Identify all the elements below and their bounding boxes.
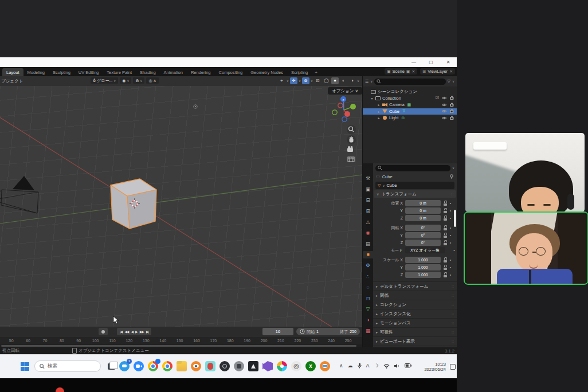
workspace-tab[interactable]: UV Editing	[75, 68, 103, 76]
workspace-tab[interactable]: Modeling	[23, 68, 49, 76]
exclude-checkbox[interactable]: ☑	[436, 96, 439, 100]
animate-dot-icon[interactable]: •	[448, 241, 453, 245]
panel-scrollbar-thumb[interactable]	[454, 210, 456, 227]
lock-icon[interactable]	[443, 201, 448, 206]
auto-keying-button[interactable]	[99, 328, 108, 335]
microphone-icon[interactable]	[358, 363, 362, 369]
visual-studio[interactable]	[262, 361, 273, 371]
gray-round-app[interactable]	[234, 361, 244, 371]
lock-icon[interactable]	[443, 272, 448, 277]
tab-object[interactable]: ■	[363, 251, 373, 258]
pinwheel-app[interactable]	[277, 361, 287, 371]
hide-eye-icon[interactable]	[441, 103, 447, 107]
outliner-editor-icon[interactable]: ☰	[365, 79, 369, 84]
filter-icon[interactable]: ▽	[448, 79, 450, 84]
frame-range-fields[interactable]: 開始 1 終了 250	[296, 328, 360, 335]
transform-value-field[interactable]: 1.000	[405, 272, 441, 278]
transform-value-field[interactable]: 0°	[405, 225, 441, 231]
orientation-dropdown[interactable]: ⛢ グロー...∨	[91, 77, 118, 84]
tab-object-data[interactable]: ▽	[363, 305, 373, 313]
wifi-icon[interactable]	[383, 363, 390, 369]
lock-icon[interactable]	[443, 215, 448, 221]
workspace-tab[interactable]: Compositing	[215, 68, 247, 76]
disable-render-camera-icon[interactable]	[449, 109, 455, 113]
collapsed-panel[interactable]: ▸ インスタンス化 ∷	[373, 309, 457, 318]
transform-value-field[interactable]: 0 m	[405, 215, 441, 221]
collapsed-panel[interactable]: ▸ コレクション ∷	[373, 300, 457, 309]
shading-rendered-button[interactable]: ◑	[348, 77, 356, 84]
onedrive-cloud-icon[interactable]: ☁	[348, 363, 353, 369]
round-dark-app[interactable]	[219, 361, 230, 371]
selectability-dropdown[interactable]: ⌖	[278, 77, 285, 84]
battery-icon[interactable]	[405, 363, 411, 368]
lock-icon[interactable]	[443, 265, 448, 270]
animate-dot-icon[interactable]: •	[448, 265, 453, 269]
remove-viewlayer-icon[interactable]: ✕	[449, 69, 453, 74]
spiral-app[interactable]: ◎	[291, 361, 301, 371]
current-frame-field[interactable]: 16	[262, 328, 293, 335]
expand-arrow-icon[interactable]: ▸	[377, 109, 381, 113]
browser-app[interactable]	[162, 361, 173, 371]
tab-scene[interactable]: △	[363, 218, 373, 226]
workspace-tab[interactable]: Scripting	[287, 68, 312, 76]
add-workspace-button[interactable]: +	[312, 68, 320, 76]
cube-row[interactable]: ▸ Cube ∇	[363, 108, 457, 115]
paint-app[interactable]	[205, 361, 215, 371]
outliner-search-input[interactable]	[374, 79, 445, 85]
shading-wireframe-button[interactable]: ◯	[323, 77, 330, 84]
collapsed-panel[interactable]: ▸ 可視性 ∷	[373, 327, 457, 336]
animate-dot-icon[interactable]: •	[448, 273, 453, 277]
transform-value-field[interactable]: 0 m	[405, 200, 441, 206]
expand-arrow-icon[interactable]: ▾	[370, 96, 374, 100]
play-reverse-button[interactable]: ◀	[131, 330, 133, 334]
prev-keyframe-button[interactable]: ◀◀	[124, 330, 128, 334]
lock-icon[interactable]	[443, 225, 448, 230]
workspace-tab[interactable]: Animation	[160, 68, 187, 76]
task-view-button[interactable]	[108, 363, 115, 370]
ime-indicator[interactable]: A	[366, 363, 370, 369]
animate-dot-icon[interactable]: •	[448, 233, 453, 237]
tab-texture[interactable]: ▦	[363, 327, 373, 335]
hide-eye-icon[interactable]	[441, 116, 447, 120]
animate-dot-icon[interactable]: •	[448, 258, 453, 262]
properties-options-icon[interactable]: ∨	[452, 166, 454, 170]
workspace-tab[interactable]: Shading	[136, 68, 160, 76]
participant-video-1[interactable]	[465, 133, 585, 212]
taskbar-clock[interactable]: 10:23 2023/06/24	[414, 362, 446, 373]
workspace-tab[interactable]: Texture Paint	[103, 68, 136, 76]
collapsed-panel[interactable]: ▸ ビューポート表示 ∷	[373, 336, 457, 346]
tray-chevron-icon[interactable]: ∧	[339, 363, 343, 369]
blender-pinned[interactable]	[191, 361, 201, 371]
disable-render-camera-icon[interactable]	[449, 103, 455, 107]
maximize-button[interactable]: ▢	[422, 57, 440, 67]
proportional-edit-toggle[interactable]: ◎ ∧	[146, 77, 158, 84]
timeline-ruler[interactable]: 5060708090100110120130140150160170180190…	[0, 337, 362, 344]
snap-toggle[interactable]: ⋒∨	[133, 77, 144, 84]
scene-collection-row[interactable]: シーンコレクション	[363, 88, 457, 95]
tab-collection[interactable]: ▤	[363, 240, 373, 248]
transform-value-field[interactable]: 0°	[405, 232, 441, 238]
transform-value-field[interactable]: XYZ オイラー角	[405, 247, 445, 253]
tab-output[interactable]: ⊟	[363, 197, 373, 204]
properties-search-input[interactable]	[375, 165, 450, 171]
collapsed-panel[interactable]: ▸ デルタトランスフォーム ∷	[373, 281, 457, 291]
xbox-app[interactable]: x	[305, 361, 316, 371]
lock-icon[interactable]	[443, 240, 448, 245]
tab-constraints[interactable]: ⊓	[363, 295, 373, 302]
show-overlays-toggle[interactable]: ⊚	[302, 77, 309, 84]
transform-value-field[interactable]: 0°	[405, 240, 441, 246]
lock-icon[interactable]	[443, 233, 448, 238]
workspace-tab[interactable]: Geometry Nodes	[246, 68, 287, 76]
browser-profile-app[interactable]	[148, 361, 158, 371]
lock-icon[interactable]	[443, 208, 448, 213]
mode-dropdown[interactable]: ブジェクト	[1, 79, 23, 84]
notification-center-icon[interactable]	[450, 364, 456, 370]
tab-modifiers[interactable]: ⚙	[363, 262, 373, 269]
animate-dot-icon[interactable]: •	[452, 248, 457, 252]
collection-row[interactable]: ▾ Collection ☑	[363, 95, 457, 102]
pin-icon[interactable]	[449, 174, 454, 179]
animate-dot-icon[interactable]: •	[448, 201, 453, 205]
participant-video-2-active-speaker[interactable]	[464, 211, 588, 285]
transform-value-field[interactable]: 0 m	[405, 207, 441, 214]
expand-arrow-icon[interactable]: ▸	[377, 116, 381, 120]
